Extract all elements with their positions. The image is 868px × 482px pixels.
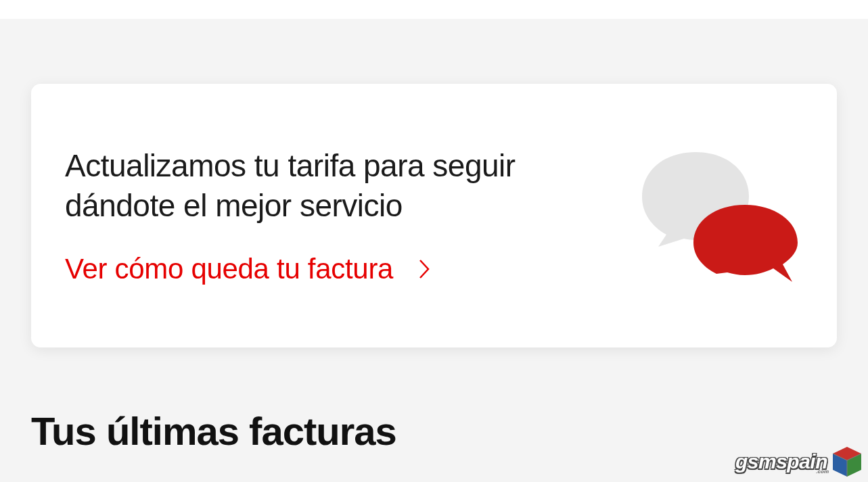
card-text-block: Actualizamos tu tarifa para seguir dándo… — [65, 146, 579, 285]
view-invoice-link[interactable]: Ver cómo queda tu factura — [65, 253, 431, 285]
tariff-update-card: Actualizamos tu tarifa para seguir dándo… — [31, 84, 837, 347]
chevron-right-icon — [417, 258, 431, 281]
watermark-suffix: .com — [816, 468, 829, 475]
watermark-text-wrapper: gsmspain .com — [735, 450, 827, 473]
view-invoice-link-label: Ver cómo queda tu factura — [65, 253, 393, 285]
card-title: Actualizamos tu tarifa para seguir dándo… — [65, 146, 579, 226]
chat-bubbles-icon — [638, 148, 799, 283]
watermark-text: gsmspain — [735, 450, 827, 473]
top-whitespace — [0, 0, 868, 19]
gsmspain-cube-icon — [830, 445, 864, 478]
page-background: Actualizamos tu tarifa para seguir dándo… — [0, 19, 868, 482]
gsmspain-watermark: gsmspain .com — [735, 445, 864, 478]
